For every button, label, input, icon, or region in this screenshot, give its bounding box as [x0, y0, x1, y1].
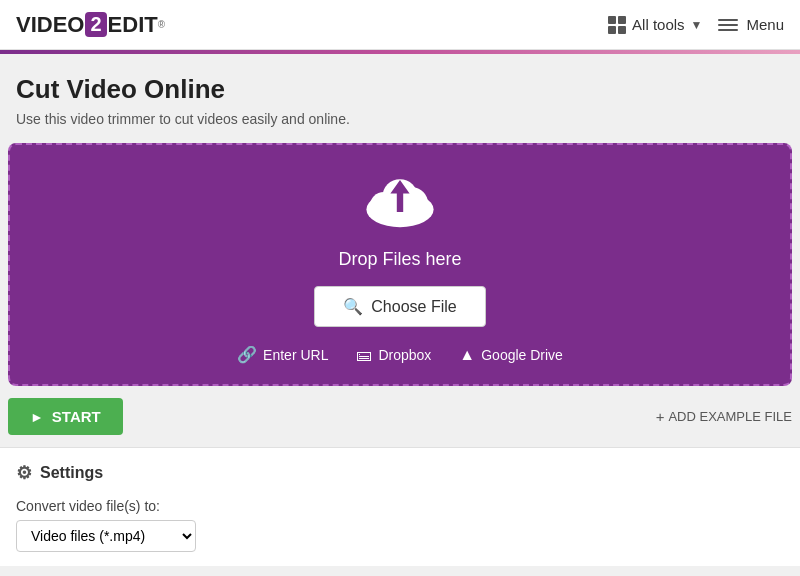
link-icon: 🔗 [237, 345, 257, 364]
settings-label: Settings [40, 464, 103, 482]
dropbox-label: Dropbox [378, 347, 431, 363]
logo-reg: ® [158, 19, 165, 30]
google-drive-icon: ▲ [459, 346, 475, 364]
menu-label: Menu [746, 16, 784, 33]
enter-url-button[interactable]: 🔗 Enter URL [237, 345, 328, 364]
convert-label: Convert video file(s) to: [16, 498, 784, 514]
logo-video: VIDEO [16, 12, 84, 38]
page-title: Cut Video Online [0, 74, 800, 105]
enter-url-label: Enter URL [263, 347, 328, 363]
choose-file-label: Choose File [371, 298, 456, 316]
logo-2: 2 [85, 12, 106, 37]
upload-links: 🔗 Enter URL 🖴 Dropbox ▲ Google Drive [237, 345, 563, 364]
gear-icon: ⚙ [16, 462, 32, 484]
settings-row: Convert video file(s) to: Video files (*… [16, 498, 784, 552]
grid-icon [608, 16, 626, 34]
settings-section: ⚙ Settings Convert video file(s) to: Vid… [0, 447, 800, 566]
hamburger-icon [718, 19, 738, 31]
menu-button[interactable]: Menu [718, 16, 784, 33]
dropbox-icon: 🖴 [356, 346, 372, 364]
plus-icon: + [656, 408, 665, 425]
drop-files-text: Drop Files here [338, 249, 461, 270]
google-drive-label: Google Drive [481, 347, 563, 363]
search-icon: 🔍 [343, 297, 363, 316]
cloud-upload-svg [360, 165, 440, 235]
add-example-label: ADD EXAMPLE FILE [668, 409, 792, 424]
all-tools-button[interactable]: All tools ▼ [608, 16, 702, 34]
add-example-button[interactable]: + ADD EXAMPLE FILE [656, 408, 792, 425]
action-bar: ► START + ADD EXAMPLE FILE [0, 386, 800, 447]
page-subtitle: Use this video trimmer to cut videos eas… [0, 111, 800, 127]
all-tools-label: All tools [632, 16, 685, 33]
choose-file-button[interactable]: 🔍 Choose File [314, 286, 485, 327]
settings-title: ⚙ Settings [16, 462, 784, 484]
format-select[interactable]: Video files (*.mp4) Video files (*.avi) … [16, 520, 196, 552]
chevron-right-icon: ► [30, 409, 44, 425]
logo[interactable]: VIDEO2EDIT® [16, 12, 165, 38]
chevron-down-icon: ▼ [691, 18, 703, 32]
upload-cloud-icon [360, 165, 440, 239]
page-content: Cut Video Online Use this video trimmer … [0, 54, 800, 566]
logo-edit: EDIT [108, 12, 158, 38]
upload-area[interactable]: Drop Files here 🔍 Choose File 🔗 Enter UR… [8, 143, 792, 386]
header-right: All tools ▼ Menu [608, 16, 784, 34]
start-button[interactable]: ► START [8, 398, 123, 435]
header: VIDEO2EDIT® All tools ▼ Menu [0, 0, 800, 50]
google-drive-button[interactable]: ▲ Google Drive [459, 346, 563, 364]
start-label: START [52, 408, 101, 425]
dropbox-button[interactable]: 🖴 Dropbox [356, 346, 431, 364]
